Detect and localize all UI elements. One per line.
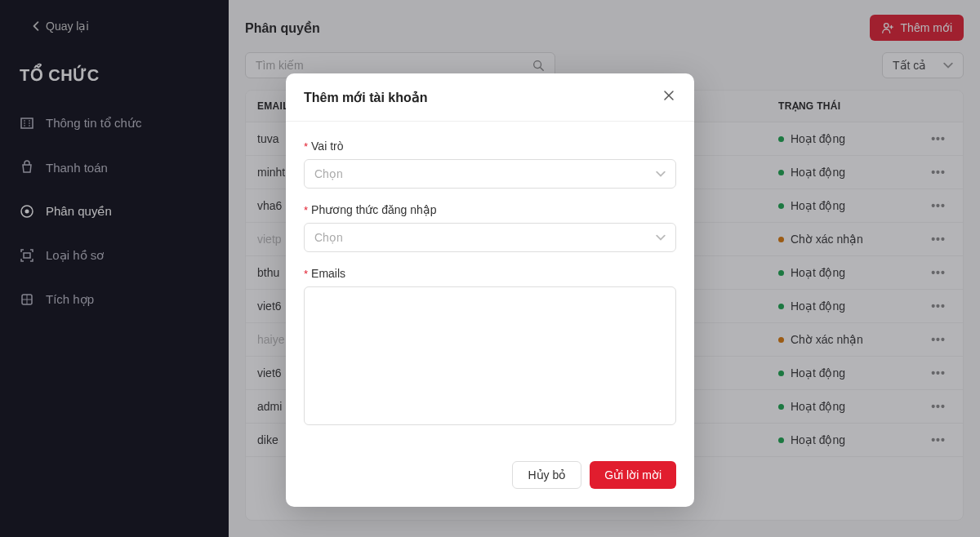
emails-label: *Emails [304, 267, 676, 280]
required-marker: * [304, 268, 308, 280]
modal-footer: Hủy bỏ Gửi lời mời [286, 461, 694, 507]
role-select[interactable]: Chọn [304, 159, 676, 189]
emails-textarea[interactable] [304, 286, 676, 425]
role-select-placeholder: Chọn [314, 167, 343, 180]
role-label: *Vai trò [304, 140, 676, 153]
submit-button[interactable]: Gửi lời mời [590, 461, 676, 489]
add-account-modal: Thêm mới tài khoản *Vai trò Chọn *Phương… [286, 73, 694, 507]
chevron-down-icon [656, 169, 666, 179]
modal-overlay[interactable]: Thêm mới tài khoản *Vai trò Chọn *Phương… [0, 0, 980, 537]
chevron-down-icon [656, 233, 666, 242]
emails-field: *Emails [304, 267, 676, 428]
cancel-button[interactable]: Hủy bỏ [512, 461, 581, 489]
close-icon [662, 88, 676, 103]
required-marker: * [304, 204, 308, 216]
required-marker: * [304, 140, 308, 153]
login-method-select[interactable]: Chọn [304, 223, 676, 252]
login-method-placeholder: Chọn [314, 231, 343, 244]
modal-title: Thêm mới tài khoản [304, 90, 428, 105]
close-button[interactable] [662, 88, 676, 106]
login-method-field: *Phương thức đăng nhập Chọn [304, 203, 676, 252]
role-field: *Vai trò Chọn [304, 140, 676, 189]
modal-body: *Vai trò Chọn *Phương thức đăng nhập Chọ… [286, 122, 694, 461]
login-method-label: *Phương thức đăng nhập [304, 203, 676, 216]
modal-header: Thêm mới tài khoản [286, 73, 694, 122]
